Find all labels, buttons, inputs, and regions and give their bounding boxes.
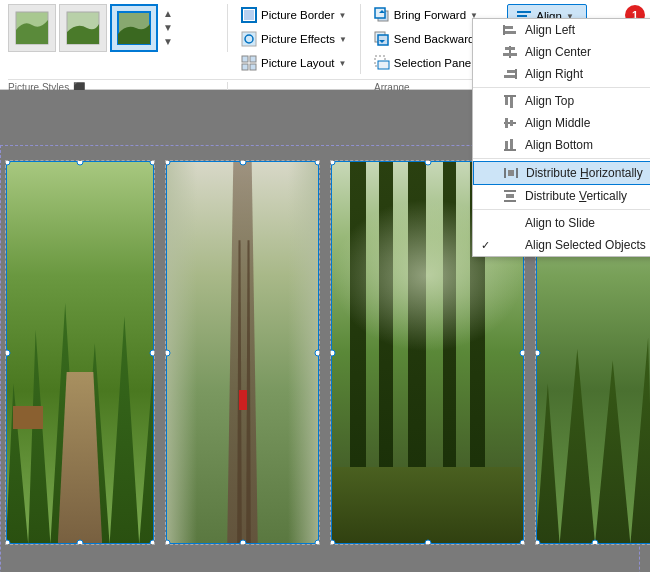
dropdown-item-align-slide[interactable]: Align to Slide [473, 212, 650, 234]
picture-layout-button[interactable]: Picture Layout ▼ [236, 52, 352, 74]
svg-rect-18 [517, 15, 527, 17]
selection-pane-label: Selection Pane [394, 57, 471, 69]
expand-gallery-icon[interactable]: ▼ [163, 35, 173, 49]
align-dropdown-menu: Align Left Align Center [472, 18, 650, 257]
dropdown-item-align-middle[interactable]: Align Middle [473, 112, 650, 134]
send-backward-icon [374, 31, 390, 47]
svg-rect-36 [510, 120, 513, 126]
align-bottom-label: Align Bottom [525, 138, 593, 152]
align-center-label: Align Center [525, 45, 591, 59]
svg-rect-32 [505, 97, 508, 105]
svg-rect-39 [510, 139, 513, 149]
distribute-v-label: Distribute Vertically [525, 189, 627, 203]
svg-rect-42 [508, 170, 514, 176]
svg-rect-9 [242, 64, 248, 70]
picture-effects-label: Picture Effects [261, 33, 335, 45]
picture-effects-icon [241, 31, 257, 47]
scroll-arrows[interactable]: ▲ ▼ ▼ [163, 7, 173, 49]
svg-rect-4 [244, 10, 254, 20]
svg-rect-24 [505, 31, 516, 34]
svg-rect-27 [503, 53, 517, 56]
bring-forward-label: Bring Forward [394, 9, 466, 21]
svg-rect-10 [250, 64, 256, 70]
distribute-h-label: Distribute Horizontally [526, 166, 643, 180]
dropdown-item-align-bottom[interactable]: Align Bottom [473, 134, 650, 156]
picture-styles-section: ▲ ▼ ▼ [8, 4, 228, 52]
dropdown-item-align-center[interactable]: Align Center [473, 41, 650, 63]
svg-rect-33 [510, 97, 513, 108]
dropdown-item-distribute-v[interactable]: Distribute Vertically [473, 185, 650, 207]
style-thumb-1[interactable] [8, 4, 56, 52]
align-middle-label: Align Middle [525, 116, 590, 130]
align-top-icon [501, 94, 519, 108]
divider-2 [473, 158, 650, 159]
align-left-icon [501, 23, 519, 37]
align-right-icon [501, 67, 519, 81]
picture-layout-icon [241, 55, 257, 71]
picture-layout-arrow: ▼ [339, 59, 347, 68]
svg-rect-16 [378, 61, 389, 69]
bring-forward-icon [374, 7, 390, 23]
send-backward-label: Send Backward [394, 33, 475, 45]
svg-rect-35 [505, 118, 508, 128]
picture-border-label: Picture Border [261, 9, 335, 21]
bring-forward-button[interactable]: Bring Forward ▼ [369, 4, 483, 26]
svg-rect-38 [505, 141, 508, 149]
svg-rect-29 [507, 70, 515, 73]
svg-rect-26 [505, 47, 515, 50]
svg-rect-5 [242, 32, 256, 46]
style-thumb-3[interactable] [110, 4, 158, 52]
picture-options-section: Picture Border ▼ Picture Effects ▼ [236, 4, 361, 74]
divider-1 [473, 87, 650, 88]
picture-border-icon [241, 7, 257, 23]
scroll-down-icon[interactable]: ▼ [163, 21, 173, 35]
dropdown-item-align-top[interactable]: Align Top [473, 90, 650, 112]
picture-layout-label: Picture Layout [261, 57, 335, 69]
picture-border-arrow: ▼ [339, 11, 347, 20]
svg-rect-45 [506, 194, 514, 198]
picture-border-button[interactable]: Picture Border ▼ [236, 4, 352, 26]
align-selected-check: ✓ [481, 239, 495, 252]
photo-frame-park[interactable]: ↻ [5, 160, 155, 545]
align-selected-label: Align Selected Objects [525, 238, 646, 252]
align-slide-label: Align to Slide [525, 216, 595, 230]
distribute-h-icon [502, 166, 520, 180]
align-bottom-icon [501, 138, 519, 152]
red-figure [239, 390, 247, 410]
picture-effects-arrow: ▼ [339, 35, 347, 44]
svg-rect-8 [250, 56, 256, 62]
selection-pane-icon [374, 55, 390, 71]
ribbon: ▲ ▼ ▼ Picture Border ▼ [0, 0, 650, 90]
svg-rect-23 [505, 26, 513, 29]
align-center-icon [501, 45, 519, 59]
align-right-label: Align Right [525, 67, 583, 81]
style-thumbnails: ▲ ▼ ▼ [8, 4, 219, 52]
dropdown-item-align-selected[interactable]: ✓ Align Selected Objects [473, 234, 650, 256]
picture-effects-button[interactable]: Picture Effects ▼ [236, 28, 352, 50]
align-top-label: Align Top [525, 94, 574, 108]
align-left-label: Align Left [525, 23, 575, 37]
align-middle-icon [501, 116, 519, 130]
scroll-up-icon[interactable]: ▲ [163, 7, 173, 21]
dropdown-item-distribute-h[interactable]: Distribute Horizontally [473, 161, 650, 185]
dropdown-item-align-left[interactable]: Align Left [473, 19, 650, 41]
divider-3 [473, 209, 650, 210]
svg-rect-7 [242, 56, 248, 62]
style-thumb-2[interactable] [59, 4, 107, 52]
photo-frame-misty[interactable]: ↻ [165, 160, 320, 545]
dropdown-item-align-right[interactable]: Align Right [473, 63, 650, 85]
distribute-v-icon [501, 189, 519, 203]
svg-rect-17 [517, 11, 531, 13]
svg-rect-30 [504, 75, 515, 78]
